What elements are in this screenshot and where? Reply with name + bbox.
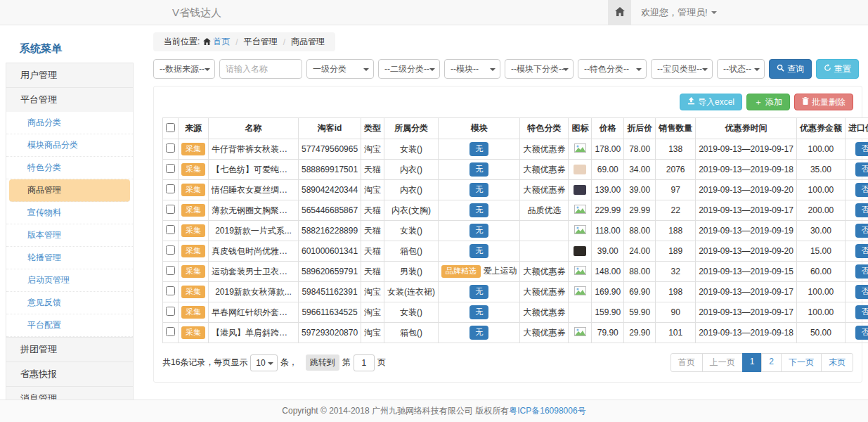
sidebar-item-saving-express[interactable]: 省惠快报 xyxy=(6,362,134,386)
column-header-特色分类: 特色分类 xyxy=(520,118,569,139)
row-checkbox[interactable] xyxy=(166,225,175,234)
top-header: V省钱达人 欢迎您，管理员! xyxy=(0,0,868,25)
feature-category-select[interactable]: --特色分类-- xyxy=(578,59,647,79)
sidebar-item-feature-category[interactable]: 特色分类 xyxy=(6,157,133,179)
category-cell: 内衣() xyxy=(384,180,439,200)
sidebar-item-goods-mgmt[interactable]: 商品管理 xyxy=(9,179,130,202)
name-cell: 薄款无钢圈文胸聚拢性... xyxy=(209,200,299,221)
search-button[interactable]: 查询 xyxy=(769,59,812,79)
price-cell: 69.00 xyxy=(592,160,624,180)
module-subcategory-select[interactable]: --模块下分类-- xyxy=(505,59,574,79)
module-select[interactable]: --模块-- xyxy=(444,59,500,79)
import-select-toggle[interactable]: 否 xyxy=(855,183,868,196)
price-cell: 39.00 xyxy=(592,241,624,262)
item-type-select[interactable]: --宝贝类型-- xyxy=(651,59,713,79)
row-checkbox[interactable] xyxy=(166,164,175,173)
import-select-cell: 否 xyxy=(845,160,868,180)
pager-last[interactable]: 末页 xyxy=(821,353,853,372)
pager-1[interactable]: 1 xyxy=(742,353,763,372)
row-checkbox[interactable] xyxy=(166,245,175,255)
breadcrumb-label: 当前位置: xyxy=(164,36,200,48)
batch-delete-button[interactable]: 批量删除 xyxy=(794,94,853,110)
import-select-cell: 否 xyxy=(845,282,868,302)
pager-prev[interactable]: 上一页 xyxy=(702,353,743,372)
import-select-toggle[interactable]: 否 xyxy=(855,285,868,298)
user-menu[interactable]: 欢迎您，管理员! xyxy=(631,0,727,25)
sales-count-cell: 22 xyxy=(656,200,696,221)
category-cell: 箱包() xyxy=(384,323,439,343)
source-cell: 采集 xyxy=(179,200,209,221)
pager-next[interactable]: 下一页 xyxy=(781,353,822,372)
name-input[interactable] xyxy=(219,59,302,79)
row-checkbox[interactable] xyxy=(166,143,175,153)
coupon-amount-cell: 100.00 xyxy=(796,302,845,323)
select-all-checkbox[interactable] xyxy=(166,123,175,132)
sidebar-item-module-goods-category[interactable]: 模块商品分类 xyxy=(6,134,133,157)
breadcrumb-home-link[interactable]: 首页 xyxy=(203,36,230,48)
pager-2[interactable]: 2 xyxy=(761,353,782,372)
import-select-toggle[interactable]: 否 xyxy=(855,203,868,217)
data-source-select[interactable]: --数据来源-- xyxy=(153,59,215,79)
sidebar-item-feedback[interactable]: 意见反馈 xyxy=(6,292,133,314)
module-cell: 无 xyxy=(439,302,520,323)
import-select-toggle[interactable]: 否 xyxy=(855,264,868,278)
add-button[interactable]: ＋ 添加 xyxy=(746,94,790,110)
row-checkbox-cell xyxy=(163,302,179,323)
pager-first[interactable]: 首页 xyxy=(671,353,703,372)
type-cell: 天猫 xyxy=(361,221,384,241)
taoke-id-cell: 588869917501 xyxy=(299,160,361,180)
import-select-toggle[interactable]: 否 xyxy=(855,224,868,237)
source-badge: 采集 xyxy=(181,245,205,257)
sidebar-item-message-mgmt[interactable]: 消息管理 xyxy=(6,386,134,399)
import-select-toggle[interactable]: 否 xyxy=(855,244,868,257)
row-checkbox[interactable] xyxy=(166,205,175,214)
sidebar-item-carousel-mgmt[interactable]: 轮播管理 xyxy=(6,247,133,269)
pager-buttons: 首页上一页12下一页末页 xyxy=(671,353,853,372)
row-checkbox[interactable] xyxy=(166,266,175,275)
status-select[interactable]: --状态-- xyxy=(717,59,765,79)
home-button[interactable] xyxy=(608,0,631,25)
sidebar-item-splash-page-mgmt[interactable]: 启动页管理 xyxy=(6,269,133,292)
sidebar-item-platform-mgmt[interactable]: 平台管理 xyxy=(6,87,134,112)
taoke-id-cell: 577479560965 xyxy=(299,139,361,160)
source-badge: 采集 xyxy=(181,326,205,338)
row-checkbox[interactable] xyxy=(166,307,175,316)
discount-price-cell: 34.00 xyxy=(624,160,656,180)
sidebar-item-user-mgmt[interactable]: 用户管理 xyxy=(6,63,134,87)
coupon-time-cell: 2019-09-13—2019-09-17 xyxy=(696,200,797,221)
level1-category-select[interactable]: 一级分类 xyxy=(306,59,374,79)
sales-count-cell: 2076 xyxy=(656,160,696,180)
module-cell: 无 xyxy=(439,139,520,160)
jump-page-input[interactable] xyxy=(354,354,375,371)
taoke-id-cell: 588216228899 xyxy=(299,221,361,241)
import-select-toggle[interactable]: 否 xyxy=(855,326,868,339)
breadcrumb-item-platform[interactable]: 平台管理 xyxy=(244,36,278,48)
icp-link[interactable]: 粤ICP备16098006号 xyxy=(509,405,585,417)
sidebar-item-version-mgmt[interactable]: 版本管理 xyxy=(6,224,133,247)
row-checkbox[interactable] xyxy=(166,286,175,295)
import-select-toggle[interactable]: 否 xyxy=(855,142,868,155)
import-select-cell: 否 xyxy=(845,221,868,241)
product-thumbnail xyxy=(574,165,586,174)
sidebar-item-goods-category[interactable]: 商品分类 xyxy=(6,112,133,134)
sales-count-cell: 198 xyxy=(656,282,696,302)
category-cell: 箱包() xyxy=(384,241,439,262)
source-badge: 采集 xyxy=(181,265,205,277)
sidebar-item-group-buy-mgmt[interactable]: 拼团管理 xyxy=(6,337,134,362)
per-page-select[interactable]: 10 xyxy=(250,354,277,371)
import-select-cell: 否 xyxy=(845,323,868,343)
breadcrumb-item-goods[interactable]: 商品管理 xyxy=(291,36,325,48)
coupon-time-cell: 2019-09-13—2019-09-18 xyxy=(696,160,797,180)
row-checkbox[interactable] xyxy=(166,327,175,336)
sidebar-item-promo-material[interactable]: 宣传物料 xyxy=(6,202,133,224)
table-row: 采集运动套装男士卫衣初秋...589620659791天猫男装()品牌精选 爱上… xyxy=(163,262,868,282)
import-select-toggle[interactable]: 否 xyxy=(855,305,868,319)
level2-category-select[interactable]: --二级分类-- xyxy=(378,59,440,79)
row-checkbox[interactable] xyxy=(166,184,175,193)
import-excel-button[interactable]: 导入excel xyxy=(680,94,742,110)
reset-button[interactable]: 重置 xyxy=(816,59,859,79)
import-select-toggle[interactable]: 否 xyxy=(855,162,868,176)
price-cell: 139.00 xyxy=(592,180,624,200)
sidebar-item-platform-config[interactable]: 平台配置 xyxy=(6,314,133,337)
coupon-amount-cell: 100.00 xyxy=(796,180,845,200)
